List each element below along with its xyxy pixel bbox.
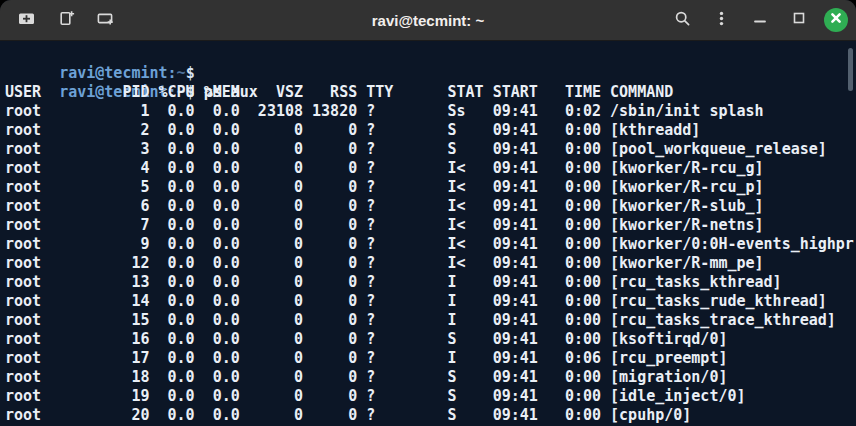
ps-header-line: USER PID %CPU %MEM VSZ RSS TTY STAT STAR… [5,83,856,102]
new-tab-icon [58,10,75,31]
prompt-tilde: ~ [177,64,186,82]
ps-row-line: root 13 0.0 0.0 0 0 ? I 09:41 0:00 [rcu_… [5,273,856,292]
ps-row-line: root 15 0.0 0.0 0 0 ? I 09:41 0:00 [rcu_… [5,311,856,330]
ps-row-line: root 17 0.0 0.0 0 0 ? I 09:41 0:06 [rcu_… [5,349,856,368]
ps-row-line: root 7 0.0 0.0 0 0 ? I< 09:41 0:00 [kwor… [5,216,856,235]
titlebar-right-actions [668,6,856,34]
search-button[interactable] [668,6,696,34]
menu-button[interactable] [707,6,735,34]
ps-row-line: root 2 0.0 0.0 0 0 ? S 09:41 0:00 [kthre… [5,121,856,140]
ps-row-line: root 4 0.0 0.0 0 0 ? I< 09:41 0:00 [kwor… [5,159,856,178]
minimize-button[interactable] [746,6,774,34]
ps-row-line: root 18 0.0 0.0 0 0 ? S 09:41 0:00 [migr… [5,368,856,387]
prompt-dollar: $ [186,64,195,82]
ps-row-line: root 6 0.0 0.0 0 0 ? I< 09:41 0:00 [kwor… [5,197,856,216]
close-icon [829,11,843,29]
new-window-button[interactable] [12,6,40,34]
prompt-line: ravi@tecmint:~$ [5,45,856,64]
scrollbar-thumb[interactable] [848,48,853,91]
ps-row-line: root 16 0.0 0.0 0 0 ? S 09:41 0:00 [ksof… [5,330,856,349]
terminal-content[interactable]: ravi@tecmint:~$ ravi@tecmint:~$ps aux US… [0,41,856,425]
ps-aux-output: USER PID %CPU %MEM VSZ RSS TTY STAT STAR… [5,83,856,425]
kebab-menu-icon [713,10,730,31]
titlebar: ravi@tecmint: ~ [0,0,856,41]
minimize-icon [752,10,768,30]
ps-row-line: root 9 0.0 0.0 0 0 ? I< 09:41 0:00 [kwor… [5,235,856,254]
prompt-user-host: ravi@tecmint [59,64,167,82]
ps-row-line: root 14 0.0 0.0 0 0 ? I 09:41 0:00 [rcu_… [5,292,856,311]
titlebar-left-actions [0,6,120,34]
terminal-window: ravi@tecmint: ~ [0,0,856,426]
ps-row-line: root 12 0.0 0.0 0 0 ? I< 09:41 0:00 [kwo… [5,254,856,273]
ps-row-line: root 3 0.0 0.0 0 0 ? S 09:41 0:00 [pool_… [5,140,856,159]
ps-row-line: root 1 0.0 0.0 23108 13820 ? Ss 09:41 0:… [5,102,856,121]
ps-row-line: root 19 0.0 0.0 0 0 ? S 09:41 0:00 [idle… [5,387,856,406]
new-terminal-tab-icon [97,10,115,31]
new-tab-button[interactable] [52,6,80,34]
maximize-button[interactable] [785,6,813,34]
close-button[interactable] [824,8,848,32]
new-terminal-tab-button[interactable] [92,6,120,34]
ps-row-line: root 20 0.0 0.0 0 0 ? S 09:41 0:00 [cpuh… [5,406,856,425]
maximize-icon [791,10,807,30]
ps-row-line: root 5 0.0 0.0 0 0 ? I< 09:41 0:00 [kwor… [5,178,856,197]
prompt-colon: : [168,64,177,82]
new-window-icon [18,10,35,31]
search-icon [674,10,691,31]
